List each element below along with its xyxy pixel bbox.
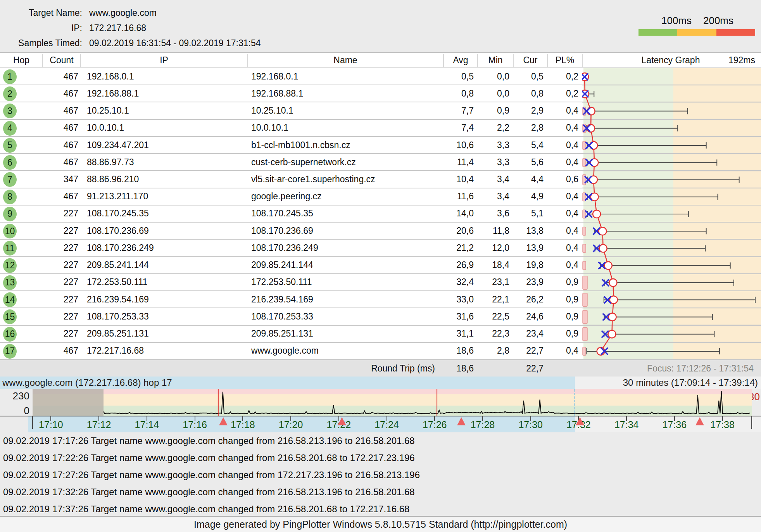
event-marker-triangle[interactable] (695, 417, 704, 425)
latency-zone-bg (582, 257, 761, 273)
cell-name: 192.168.88.1 (251, 85, 437, 102)
cell-count: 467 (43, 68, 78, 85)
cell-min: 23,1 (475, 274, 509, 290)
event-marker-triangle[interactable] (457, 417, 466, 425)
cell-cur: 5,1 (509, 206, 544, 222)
hop-badge: 13 (3, 275, 17, 290)
cell-ip: 91.213.211.170 (87, 188, 242, 205)
hop-table-header: Hop Count IP Name Avg Min Cur PL% Latenc… (0, 52, 761, 68)
col-header-pl[interactable]: PL% (547, 53, 582, 67)
column-separator (477, 54, 478, 67)
hop-table: Hop Count IP Name Avg Min Cur PL% Latenc… (0, 52, 761, 377)
cell-count: 227 (43, 274, 78, 290)
cell-ip: 88.86.96.210 (87, 171, 242, 187)
cell-cur: 4,4 (509, 171, 544, 187)
cell-min: 0,0 (475, 68, 509, 85)
table-row-hop-9[interactable]: 9227108.170.245.35108.170.245.3514,03,65… (0, 206, 761, 223)
cell-name: vl5.sit-ar-core1.superhosting.cz (251, 171, 437, 187)
col-header-min[interactable]: Min (478, 53, 513, 67)
cell-name: 216.239.54.169 (251, 291, 437, 307)
axis-end-tick (751, 416, 752, 429)
time-axis[interactable]: 17:1017:1217:1417:1617:1817:2017:2217:24… (0, 416, 761, 432)
cell-avg: 26,9 (440, 257, 474, 273)
table-row-hop-7[interactable]: 734788.86.96.210vl5.sit-ar-core1.superho… (0, 171, 761, 188)
table-row-hop-17[interactable]: 17467172.217.16.68www.google.com18,62,82… (0, 343, 761, 360)
latency-zone-bg (582, 343, 761, 359)
cell-count: 467 (43, 154, 78, 170)
cell-avg: 0,5 (440, 68, 474, 85)
hop-table-body: 1467192.168.0.1192.168.0.10,50,00,50,224… (0, 68, 761, 360)
col-header-hop[interactable]: Hop (0, 53, 43, 67)
event-marker-triangle[interactable] (219, 417, 228, 425)
col-header-count[interactable]: Count (43, 53, 81, 67)
column-separator (80, 54, 81, 67)
cell-name: 10.0.10.1 (251, 120, 437, 136)
table-row-hop-3[interactable]: 346710.25.10.110.25.10.17,70,92,90,4 (0, 102, 761, 119)
table-row-hop-14[interactable]: 14227216.239.54.169216.239.54.16933,022,… (0, 291, 761, 308)
axis-time-label: 17:36 (663, 419, 687, 430)
latency-zone-bg (582, 291, 761, 307)
cell-pl: 0,4 (544, 137, 578, 153)
cell-min: 3,6 (475, 206, 509, 222)
hop-badge: 12 (3, 258, 17, 273)
cell-pl: 0,9 (544, 274, 578, 290)
table-row-hop-8[interactable]: 846791.213.211.170google.peering.cz11,63… (0, 188, 761, 206)
col-header-name[interactable]: Name (247, 53, 443, 67)
cell-cur: 2,9 (509, 102, 544, 119)
latency-zone-bg (582, 137, 761, 153)
cell-count: 467 (43, 85, 78, 102)
event-log: 09.02.2019 17:17:26 Target name www.goog… (0, 432, 761, 518)
target-name-label: Target Name: (0, 8, 82, 18)
cell-name: 108.170.236.69 (251, 223, 437, 239)
cell-min: 2,2 (475, 120, 509, 136)
latency-zone-bg (582, 206, 761, 222)
table-row-hop-10[interactable]: 10227108.170.236.69108.170.236.6920,611,… (0, 223, 761, 240)
table-row-hop-1[interactable]: 1467192.168.0.1192.168.0.10,50,00,50,2 (0, 68, 761, 85)
latency-zone-bg (582, 188, 761, 205)
cell-count: 227 (43, 257, 78, 273)
cell-ip: 192.168.0.1 (87, 68, 242, 85)
legend-segment-1 (677, 29, 716, 36)
pingplotter-window: Target Name: www.google.com IP: 172.217.… (0, 0, 761, 532)
col-header-cur[interactable]: Cur (513, 53, 547, 67)
cell-count: 467 (43, 343, 78, 359)
event-marker-triangle[interactable] (338, 417, 346, 425)
hop-badge: 15 (3, 309, 17, 324)
cell-avg: 11,6 (440, 188, 474, 205)
latency-legend-bar (638, 29, 755, 36)
cell-name: 10.25.10.1 (251, 102, 437, 119)
cell-count: 467 (43, 102, 78, 119)
axis-time-label: 17:34 (614, 419, 639, 430)
col-header-ip[interactable]: IP (81, 53, 247, 67)
target-ip-label: IP: (0, 23, 82, 33)
table-row-hop-11[interactable]: 11227108.170.236.249108.170.236.24921,21… (0, 240, 761, 257)
cell-min: 3,3 (475, 154, 509, 170)
table-row-hop-5[interactable]: 5467109.234.47.201b1-ccl-mb1001.n.cbsn.c… (0, 137, 761, 154)
event-marker-triangle[interactable] (576, 417, 584, 425)
cell-cur: 23,9 (509, 274, 544, 290)
event-log-line: 09.02.2019 17:27:26 Target name www.goog… (0, 466, 761, 484)
legend-segment-2 (716, 29, 755, 36)
table-row-hop-13[interactable]: 13227172.253.50.111172.253.50.11132,423,… (0, 274, 761, 291)
hop-badge: 8 (3, 190, 17, 204)
timeline-graph[interactable] (33, 389, 752, 416)
col-header-avg[interactable]: Avg (443, 53, 478, 67)
round-trip-cur: 22,7 (509, 360, 544, 377)
zone-over-200 (33, 389, 752, 394)
cell-cur: 13,9 (509, 240, 544, 256)
column-separator (513, 54, 514, 67)
table-row-hop-4[interactable]: 446710.0.10.110.0.10.17,42,22,80,4 (0, 120, 761, 137)
cell-pl: 0,4 (544, 257, 578, 273)
cell-avg: 10,4 (440, 171, 474, 187)
latency-zone-bg (582, 308, 761, 325)
table-row-hop-15[interactable]: 15227108.170.253.33108.170.253.3331,622,… (0, 308, 761, 325)
cell-ip: 108.170.236.249 (87, 240, 242, 256)
table-row-hop-2[interactable]: 2467192.168.88.1192.168.88.10,80,00,80,2 (0, 85, 761, 102)
axis-time-label: 17:24 (374, 419, 399, 430)
column-separator (582, 54, 583, 67)
table-row-hop-6[interactable]: 646788.86.97.73cust-cerb-supernetwork.cz… (0, 154, 761, 171)
latency-zone-bg (582, 326, 761, 342)
cell-avg: 10,6 (440, 137, 474, 153)
table-row-hop-12[interactable]: 12227209.85.241.144209.85.241.14426,918,… (0, 257, 761, 274)
table-row-hop-16[interactable]: 16227209.85.251.131209.85.251.13131,122,… (0, 326, 761, 343)
